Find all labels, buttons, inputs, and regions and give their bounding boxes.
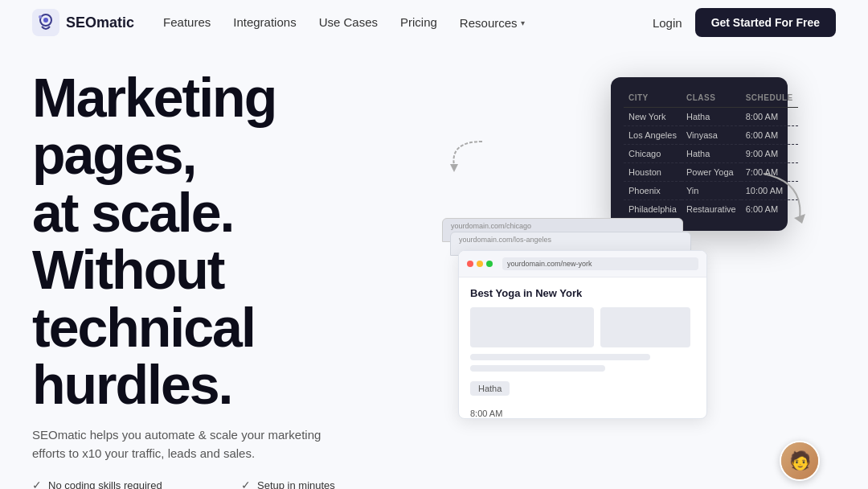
nav-features[interactable]: Features [163,15,211,29]
browser-url-mid: yourdomain.com/los-angeles [451,232,690,247]
hero-section: Marketing pages, at scale. Without techn… [0,45,868,489]
table-cell-1-2: 6:00 AM [741,126,798,145]
time-label: 8:00 AM [470,409,695,418]
navbar: SEOmatic Features Integrations Use Cases… [0,0,868,45]
hatha-label: Hatha [470,381,510,396]
table-cell-3-1: Power Yoga [682,163,741,182]
navbar-left: SEOmatic Features Integrations Use Cases… [32,9,525,36]
arrow-right-decoration [755,166,812,230]
table-cell-0-0: New York [624,108,682,126]
brand-name: SEOmatic [66,14,134,31]
nav-links: Features Integrations Use Cases Pricing … [163,15,525,30]
feature-item-1: ✓ Setup in minutes [241,479,434,489]
table-cell-3-0: Houston [624,163,682,182]
table-cell-1-1: Vinyasa [682,126,741,145]
table-row: New YorkHatha8:00 AM [624,108,798,126]
login-button[interactable]: Login [653,16,682,30]
check-icon: ✓ [32,479,42,489]
browser-main-card: yourdomain.com/new-york Best Yoga in New… [458,250,707,419]
highlight-scale: scale. [91,184,233,241]
content-block-1 [470,354,650,360]
dot-green [486,261,493,267]
check-icon: ✓ [241,479,251,489]
avatar-support: 🧑 [780,441,820,481]
table-row: Los AngelesVinyasa6:00 AM [624,126,798,145]
table-cell-0-1: Hatha [682,108,741,126]
dot-yellow [477,261,483,267]
nav-integrations[interactable]: Integrations [233,15,296,29]
chevron-down-icon: ▾ [521,18,525,27]
nav-use-cases[interactable]: Use Cases [319,15,378,29]
content-block-2 [470,365,605,372]
features-list: ✓ No coding skills required ✓ Setup in m… [32,479,434,489]
logo[interactable]: SEOmatic [32,9,134,36]
dot-red [467,261,473,267]
table-cell-5-0: Philadelphia [624,200,682,219]
table-cell-2-2: 9:00 AM [741,145,798,163]
table-cell-4-1: Yin [682,182,741,200]
navbar-right: Login Get Started For Free [653,8,836,37]
avatar-face: 🧑 [781,442,818,479]
hero-left: Marketing pages, at scale. Without techn… [32,61,434,489]
browser-url-main: yourdomain.com/new-york [502,257,698,270]
browser-content: Best Yoga in New York Hatha 8:00 AM Try … [459,277,706,419]
svg-marker-4 [450,164,458,172]
nav-cta-button[interactable]: Get Started For Free [695,8,836,37]
browser-toolbar: yourdomain.com/new-york [459,251,706,277]
logo-icon [32,9,59,36]
nav-resources[interactable]: Resources ▾ [460,16,525,30]
table-header-city: CITY [624,90,682,108]
table-cell-4-0: Phoenix [624,182,682,200]
table-cell-2-1: Hatha [682,145,741,163]
hero-subtitle: SEOmatic helps you automate & scale your… [32,426,338,462]
table-header-class: CLASS [682,90,741,108]
hero-right: CITY CLASS SCHEDULE New YorkHatha8:00 AM… [434,61,836,489]
nav-pricing[interactable]: Pricing [400,15,437,29]
browser-content-title: Best Yoga in New York [470,287,695,299]
table-cell-5-1: Restaurative [682,200,741,219]
svg-point-3 [39,15,42,18]
table-cell-1-0: Los Angeles [624,126,682,145]
arrow-left-decoration [442,134,490,182]
table-row: ChicagoHatha9:00 AM [624,145,798,163]
table-cell-0-2: 8:00 AM [741,108,798,126]
feature-item-0: ✓ No coding skills required [32,479,225,489]
table-header-schedule: SCHEDULE [741,90,798,108]
svg-point-2 [43,18,48,23]
hero-title: Marketing pages, at scale. Without techn… [32,69,434,413]
table-cell-2-0: Chicago [624,145,682,163]
